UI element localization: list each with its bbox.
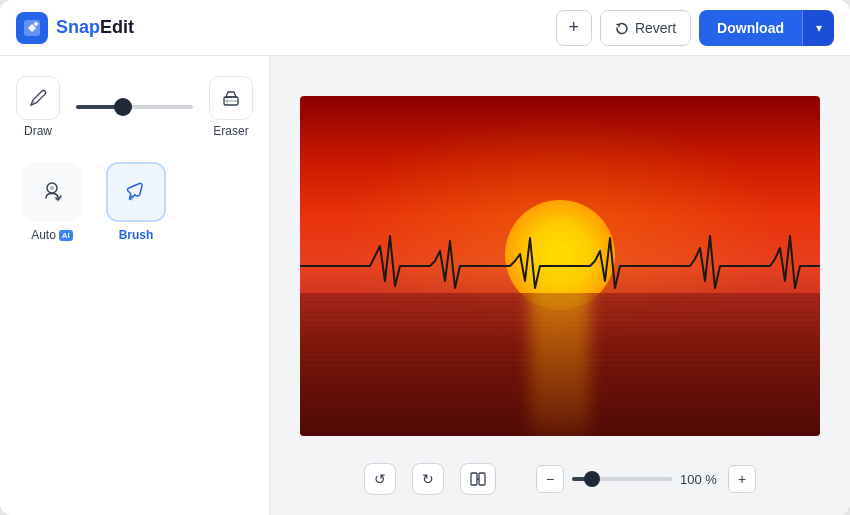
- auto-mode-button[interactable]: Auto AI: [16, 162, 88, 242]
- zoom-value: 100 %: [680, 472, 720, 487]
- brush-mode-button[interactable]: Brush: [100, 162, 172, 242]
- compare-button[interactable]: [460, 463, 496, 495]
- eraser-label: Eraser: [213, 124, 248, 138]
- draw-tool: Draw: [16, 76, 60, 138]
- svg-rect-8: [479, 473, 485, 485]
- eraser-tool: Eraser: [209, 76, 253, 138]
- svg-point-4: [50, 186, 54, 190]
- brush-mode-icon: [106, 162, 166, 222]
- bottom-toolbar: ↺ ↻ −: [290, 455, 830, 495]
- svg-point-5: [54, 194, 62, 202]
- redo-icon: ↻: [422, 471, 434, 487]
- header: SnapEdit + Revert Download ▾: [0, 0, 850, 56]
- logo: SnapEdit: [16, 12, 134, 44]
- image-canvas[interactable]: [300, 96, 820, 436]
- brush-size-slider[interactable]: [72, 105, 197, 109]
- auto-mode-label: Auto AI: [31, 228, 73, 242]
- revert-button[interactable]: Revert: [600, 10, 691, 46]
- logo-text: SnapEdit: [56, 17, 134, 38]
- sunset-background: [300, 96, 820, 436]
- zoom-plus-icon: +: [738, 471, 746, 487]
- svg-rect-7: [471, 473, 477, 485]
- zoom-slider[interactable]: [572, 477, 672, 481]
- app-container: SnapEdit + Revert Download ▾: [0, 0, 850, 515]
- draw-label: Draw: [24, 124, 52, 138]
- redo-button[interactable]: ↻: [412, 463, 444, 495]
- zoom-minus-icon: −: [546, 471, 554, 487]
- eraser-button[interactable]: [209, 76, 253, 120]
- revert-label: Revert: [635, 20, 676, 36]
- zoom-out-button[interactable]: −: [536, 465, 564, 493]
- compare-icon: [470, 471, 486, 487]
- chevron-down-icon: ▾: [816, 21, 822, 35]
- add-button[interactable]: +: [556, 10, 592, 46]
- download-arrow-button[interactable]: ▾: [802, 10, 834, 46]
- image-container: [290, 76, 830, 455]
- draw-toolbar: Draw: [16, 76, 253, 138]
- main-body: Draw: [0, 56, 850, 515]
- heartbeat-line: [300, 226, 820, 306]
- logo-icon: [16, 12, 48, 44]
- ai-badge: AI: [59, 230, 73, 241]
- zoom-control: − 100 % +: [536, 465, 756, 493]
- auto-mode-icon: [22, 162, 82, 222]
- brush-mode-label: Brush: [119, 228, 154, 242]
- header-actions: + Revert Download ▾: [556, 10, 834, 46]
- svg-point-1: [34, 22, 38, 26]
- svg-point-6: [129, 196, 134, 201]
- mode-buttons: Auto AI Brush: [16, 162, 253, 242]
- zoom-in-button[interactable]: +: [728, 465, 756, 493]
- download-button[interactable]: Download: [699, 10, 802, 46]
- draw-button[interactable]: [16, 76, 60, 120]
- sidebar: Draw: [0, 56, 270, 515]
- undo-button[interactable]: ↺: [364, 463, 396, 495]
- undo-icon: ↺: [374, 471, 386, 487]
- canvas-area: ↺ ↻ −: [270, 56, 850, 515]
- download-group: Download ▾: [699, 10, 834, 46]
